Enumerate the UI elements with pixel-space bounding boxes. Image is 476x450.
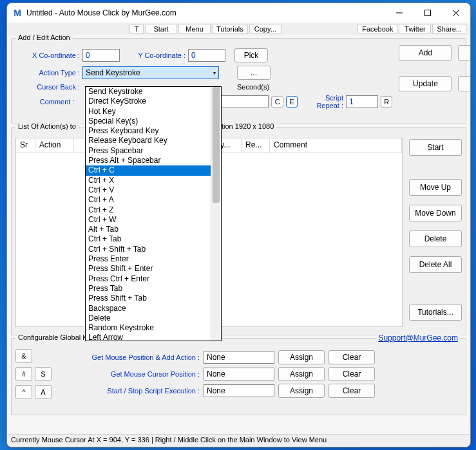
- row1-input[interactable]: [204, 351, 274, 364]
- list-start-button[interactable]: Start: [409, 139, 462, 156]
- copy-button[interactable]: Copy...: [249, 24, 281, 34]
- dropdown-option[interactable]: Press Tab: [86, 284, 221, 294]
- tutorials-button[interactable]: Tutorials: [212, 24, 248, 34]
- r-button[interactable]: R: [381, 96, 392, 108]
- col-re[interactable]: Re...: [242, 138, 270, 153]
- dropdown-option[interactable]: Ctrl + X: [86, 176, 221, 185]
- xcoord-input[interactable]: [82, 49, 120, 62]
- amp-button[interactable]: &: [15, 349, 32, 363]
- row1-assign[interactable]: Assign: [278, 350, 325, 364]
- dropdown-scrollbar[interactable]: [211, 87, 221, 341]
- top-toolbar: T Start Menu Tutorials Copy... Facebook …: [7, 23, 470, 35]
- update-button[interactable]: Update: [399, 76, 452, 91]
- list-tutorials-button[interactable]: Tutorials...: [409, 304, 462, 321]
- hash-button[interactable]: #: [15, 367, 32, 381]
- row3-label: Start / Stop Script Execution :: [52, 387, 200, 395]
- scrollbar-thumb[interactable]: [213, 87, 220, 203]
- script-repeat-input[interactable]: [346, 95, 378, 108]
- e-button[interactable]: E: [286, 96, 298, 108]
- shortcut-panel: Configurable Global Keyboard Shortcut Ke…: [11, 338, 466, 415]
- dropdown-option[interactable]: Release Keyboard Key: [86, 136, 221, 145]
- cursorback-label: Cursor Back :: [15, 83, 80, 91]
- row2-input[interactable]: [204, 368, 274, 380]
- t-button[interactable]: T: [129, 24, 144, 34]
- dropdown-option[interactable]: Direct KeyStroke: [86, 97, 221, 106]
- comment-label: Comment :: [15, 98, 75, 106]
- dropdown-option[interactable]: Press Shift + Tab: [86, 294, 221, 303]
- dropdown-option[interactable]: Send Keystroke: [86, 87, 221, 97]
- col-comment[interactable]: Comment: [270, 138, 402, 153]
- support-link[interactable]: Support@MurGee.com: [376, 333, 461, 342]
- resolution-text: tion 1920 x 1080: [219, 122, 276, 130]
- twitter-button[interactable]: Twitter: [399, 24, 431, 34]
- s-button[interactable]: S: [35, 367, 52, 381]
- caret-button[interactable]: ^: [15, 385, 32, 399]
- ycoord-input[interactable]: [188, 49, 225, 62]
- actiontype-dropdown[interactable]: Send KeystrokeDirect KeyStrokeHot KeySpe…: [85, 86, 222, 341]
- pick-button[interactable]: Pick: [234, 48, 268, 62]
- app-window: M Untitled - Auto Mouse Click by MurGee.…: [6, 3, 471, 447]
- dropdown-option[interactable]: Press Keyboard Key: [86, 126, 221, 136]
- movedown-button[interactable]: Move Down: [409, 205, 462, 221]
- dots-button[interactable]: ...: [237, 66, 271, 80]
- dropdown-option[interactable]: Press Shift + Enter: [86, 264, 221, 274]
- titlebar[interactable]: M Untitled - Auto Mouse Click by MurGee.…: [7, 3, 470, 23]
- dropdown-option[interactable]: Ctrl + V: [86, 185, 221, 195]
- close-button[interactable]: [442, 3, 470, 23]
- row2-assign[interactable]: Assign: [278, 367, 325, 381]
- dropdown-option[interactable]: Backspace: [86, 304, 221, 314]
- dropdown-option[interactable]: Alt + Tab: [86, 225, 221, 234]
- maximize-button[interactable]: [414, 3, 442, 23]
- svg-rect-1: [425, 10, 431, 16]
- c-button[interactable]: C: [271, 96, 283, 108]
- dropdown-option[interactable]: Press Alt + Spacebar: [86, 156, 221, 165]
- deleteall-button[interactable]: Delete All: [409, 256, 462, 273]
- dropdown-option[interactable]: Ctrl + Shift + Tab: [86, 245, 221, 254]
- minimize-button[interactable]: [385, 3, 414, 23]
- row3-assign[interactable]: Assign: [278, 384, 325, 398]
- facebook-button[interactable]: Facebook: [357, 24, 397, 34]
- dropdown-option[interactable]: Press Enter: [86, 254, 221, 264]
- row1-label: Get Mouse Position & Add Action :: [52, 353, 200, 361]
- xcoord-label: X Co-ordinate :: [15, 52, 80, 59]
- dropdown-option[interactable]: Ctrl + W: [86, 215, 221, 225]
- app-icon: M: [12, 8, 23, 18]
- actiontype-combo[interactable]: Send Keystroke ▾: [82, 66, 219, 79]
- col-sr[interactable]: Sr: [16, 138, 35, 153]
- a-button[interactable]: A: [35, 385, 52, 399]
- moveup-button[interactable]: Move Up: [409, 179, 462, 196]
- dropdown-option[interactable]: Ctrl + C: [86, 165, 221, 175]
- menu-button[interactable]: Menu: [178, 24, 211, 34]
- row3-clear[interactable]: Clear: [328, 384, 375, 398]
- dropdown-option[interactable]: Ctrl + A: [86, 195, 221, 205]
- seconds-label: Second(s): [237, 83, 282, 91]
- add-button[interactable]: Add: [399, 45, 452, 61]
- row1-clear[interactable]: Clear: [328, 350, 375, 364]
- status-bar: Currently Mouse Cursor At X = 904, Y = 3…: [7, 434, 470, 447]
- dropdown-option[interactable]: Press Spacebar: [86, 146, 221, 156]
- dropdown-option[interactable]: Hot Key: [86, 107, 221, 117]
- list-legend: List Of Action(s) to: [15, 122, 79, 130]
- share-button[interactable]: Share...: [432, 24, 466, 34]
- dropdown-option[interactable]: Random Keystroke: [86, 323, 221, 333]
- panel-legend: Add / Edit Action: [15, 33, 73, 41]
- script-repeat-label: Script Repeat :: [300, 94, 343, 109]
- save-button[interactable]: Save: [458, 76, 471, 91]
- row3-input[interactable]: [204, 384, 274, 397]
- add-edit-action-panel: Add / Edit Action X Co-ordinate : Y Co-o…: [11, 38, 466, 124]
- dropdown-option[interactable]: Ctrl + Tab: [86, 234, 221, 244]
- dropdown-option[interactable]: Left Arrow: [86, 333, 221, 341]
- dropdown-option[interactable]: Special Key(s): [86, 117, 221, 126]
- delete-button[interactable]: Delete: [409, 230, 462, 247]
- ycoord-label: Y Co-ordinate :: [122, 52, 186, 59]
- row2-clear[interactable]: Clear: [328, 367, 375, 381]
- load-button[interactable]: Load: [458, 45, 471, 61]
- version-text: v99.1.4: [383, 353, 471, 361]
- dropdown-option[interactable]: Delete: [86, 314, 221, 323]
- dropdown-option[interactable]: Press Ctrl + Enter: [86, 274, 221, 284]
- actiontype-label: Action Type :: [15, 69, 80, 77]
- action-list-panel: List Of Action(s) to tion 1920 x 1080 Sr…: [11, 127, 466, 335]
- col-action[interactable]: Action: [35, 138, 74, 153]
- start-button[interactable]: Start: [145, 24, 177, 34]
- dropdown-option[interactable]: Ctrl + Z: [86, 205, 221, 215]
